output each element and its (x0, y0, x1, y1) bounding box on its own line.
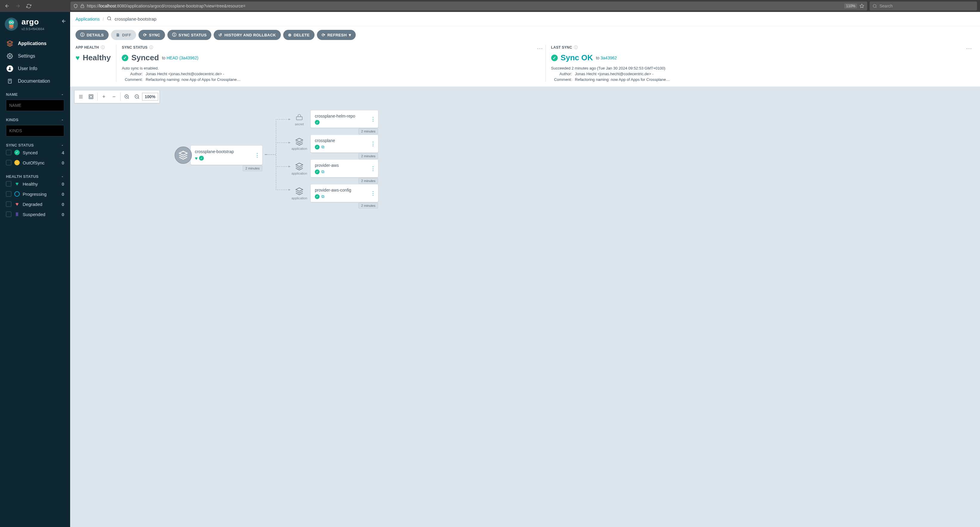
chevron-up-icon[interactable] (60, 118, 64, 122)
auto-sync-text: Auto sync is enabled. (122, 66, 540, 70)
svg-rect-18 (90, 96, 92, 98)
node-menu[interactable]: ⋮ (370, 116, 376, 123)
filter-sync-section: SYNC STATUS ✓ Synced 4 ↑ OutOfSync 0 (0, 138, 70, 169)
tree-canvas[interactable]: + − 100% (70, 86, 980, 527)
node-menu[interactable]: ⋮ (370, 140, 376, 147)
zoom-badge[interactable]: 110% (844, 3, 857, 9)
nav-settings[interactable]: Settings (0, 50, 70, 62)
last-sync-revision[interactable]: 3a43962 (601, 56, 617, 60)
heart-icon: ♥ (195, 156, 198, 161)
checkbox[interactable] (6, 181, 11, 186)
filter-row-outofsync[interactable]: ↑ OutOfSync 0 (6, 158, 64, 168)
checkbox[interactable] (6, 212, 11, 217)
filter-row-suspended[interactable]: ⏸ Suspended 0 (6, 209, 64, 219)
argo-logo (5, 18, 18, 31)
node-menu[interactable]: ⋮ (370, 165, 376, 172)
more-menu[interactable]: ⋯ (537, 45, 543, 52)
zoom-out-button[interactable] (132, 92, 142, 102)
check-icon: ✓ (315, 120, 320, 125)
external-link-icon[interactable]: ⧉ (321, 169, 325, 174)
filter-row-progressing[interactable]: Progressing 0 (6, 189, 64, 199)
zoom-level[interactable]: 100% (142, 93, 158, 100)
node-menu[interactable]: ⋮ (255, 152, 260, 158)
summary-sync-status: ⋯ SYNC STATUSⓘ ✓ Synced to HEAD (3a43962… (116, 45, 545, 82)
filter-name-input[interactable] (6, 100, 64, 111)
age-badge: 2 minutes (358, 128, 378, 134)
search-icon[interactable] (107, 16, 111, 22)
chevron-up-icon[interactable] (60, 175, 64, 178)
child-node-application[interactable]: application provider-aws ✓⧉ ⋮ 2 minutes (291, 160, 378, 177)
svg-rect-0 (81, 6, 84, 8)
filter-row-degraded[interactable]: ♥ Degraded 0 (6, 199, 64, 209)
diff-button[interactable]: 🗎DIFF (111, 30, 136, 40)
child-name: crossplane (315, 138, 335, 143)
root-card[interactable]: crossplane-bootstrap ♥ ✓ ⋮ 2 minutes (191, 146, 262, 165)
external-link-icon[interactable]: ⧉ (321, 194, 325, 199)
history-button[interactable]: ↺HISTORY AND ROLLBACK (214, 30, 280, 40)
nav-user-info[interactable]: User Info (0, 62, 70, 75)
age-badge: 2 minutes (358, 203, 378, 209)
root-node[interactable]: crossplane-bootstrap ♥ ✓ ⋮ 2 minutes (175, 146, 262, 165)
child-node-application[interactable]: application provider-aws-config ✓⧉ ⋮ 2 m… (291, 185, 378, 202)
forward-button[interactable] (14, 2, 22, 10)
sync-button[interactable]: ⟳SYNC (138, 30, 165, 40)
nav-user-info-label: User Info (18, 66, 37, 71)
search-box[interactable]: Search (870, 2, 977, 10)
filter-sync-label: SYNC STATUS (6, 143, 34, 147)
node-menu[interactable]: ⋮ (370, 190, 376, 197)
svg-point-13 (107, 17, 111, 20)
delete-button[interactable]: ⊗DELETE (283, 30, 315, 40)
children: secret crossplane-helm-repo ✓ ⋮ 2 minute… (291, 110, 378, 202)
checkbox[interactable] (6, 150, 11, 155)
reload-button[interactable] (24, 2, 33, 10)
refresh-button[interactable]: ⟳REFRESH▾ (317, 30, 356, 40)
checkbox[interactable] (6, 191, 11, 197)
svg-marker-22 (289, 142, 290, 143)
filter-row-healthy[interactable]: ♥ Healthy 0 (6, 179, 64, 189)
view-tree-button[interactable] (86, 92, 96, 102)
breadcrumb-applications[interactable]: Applications (75, 16, 100, 21)
info-icon[interactable]: ⓘ (574, 45, 578, 50)
svg-point-8 (9, 56, 11, 57)
age-badge: 2 minutes (358, 178, 378, 184)
search-placeholder: Search (880, 3, 892, 8)
sync-status-button[interactable]: ⓘSYNC STATUS (167, 30, 212, 40)
expand-button[interactable]: + (99, 92, 109, 102)
external-link-icon[interactable]: ⧉ (321, 145, 325, 150)
last-sync-time: Succeeded 2 minutes ago (Tue Jan 30 2024… (551, 66, 969, 70)
info-icon[interactable]: ⓘ (101, 45, 105, 50)
nav-applications[interactable]: Applications (0, 37, 70, 50)
check-icon: ✓ (315, 194, 320, 199)
filter-kinds-input[interactable] (6, 125, 64, 136)
info-icon[interactable]: ⓘ (149, 45, 153, 50)
collapse-sidebar-button[interactable] (61, 19, 67, 25)
details-button[interactable]: ⓘDETAILS (75, 30, 109, 40)
child-node-application[interactable]: application crossplane ✓⧉ ⋮ 2 minutes (291, 135, 378, 153)
back-button[interactable] (3, 2, 11, 10)
zoom-in-button[interactable] (122, 92, 132, 102)
outofsync-icon: ↑ (14, 160, 20, 165)
chevron-up-icon[interactable] (60, 143, 64, 147)
url-bar[interactable]: https://localhost:8080/applications/argo… (70, 2, 867, 10)
brand-name: argo (21, 17, 44, 27)
nav-documentation[interactable]: Documentation (0, 75, 70, 88)
breadcrumb-sep: / (103, 16, 104, 21)
checkbox[interactable] (6, 201, 11, 207)
more-menu[interactable]: ⋯ (966, 45, 972, 52)
checkbox[interactable] (6, 160, 11, 165)
collapse-toggle[interactable]: − (264, 153, 268, 156)
filter-row-synced[interactable]: ✓ Synced 4 (6, 147, 64, 158)
view-list-button[interactable] (76, 92, 86, 102)
bookmark-icon[interactable] (859, 3, 864, 8)
nav-applications-label: Applications (18, 41, 46, 46)
last-sync-value: Sync OK (561, 53, 593, 62)
collapse-button[interactable]: − (109, 92, 119, 102)
application-icon (294, 187, 304, 196)
chevron-up-icon[interactable] (60, 93, 64, 96)
book-icon (6, 78, 13, 84)
browser-chrome: https://localhost:8080/applications/argo… (0, 0, 980, 12)
child-node-secret[interactable]: secret crossplane-helm-repo ✓ ⋮ 2 minute… (291, 110, 378, 128)
kind-label: application (291, 196, 307, 200)
sync-revision[interactable]: HEAD (3a43962) (167, 56, 199, 60)
toolbar: ⓘDETAILS 🗎DIFF ⟳SYNC ⓘSYNC STATUS ↺HISTO… (70, 26, 980, 44)
